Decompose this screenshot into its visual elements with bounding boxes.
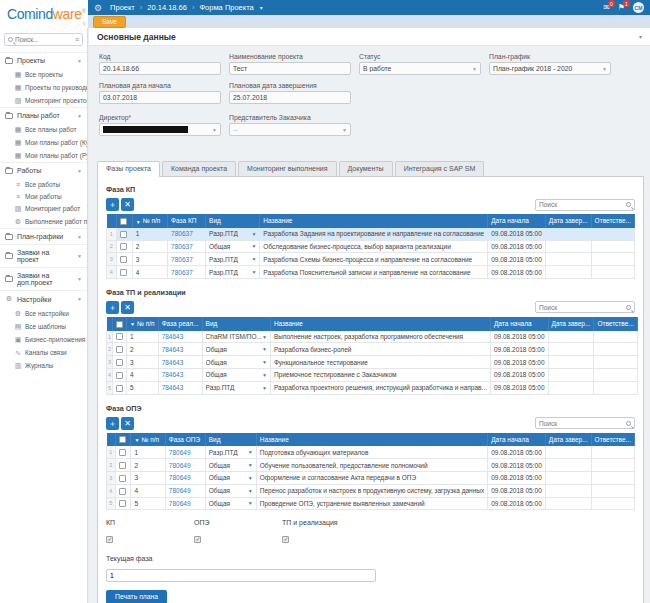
row-checkbox-cell[interactable] xyxy=(115,446,131,458)
sidebar-section[interactable]: Работы▼ xyxy=(0,162,87,178)
table-row[interactable]: 11780637Разр.ПТД▼Разработка Задания на п… xyxy=(107,228,635,240)
table-row[interactable]: 22780637Общая▼Обследование бизнес-процес… xyxy=(107,240,635,253)
sidebar-item[interactable]: ⚙Все настройки xyxy=(0,307,87,320)
phase-id-link[interactable]: 780637 xyxy=(171,243,193,250)
chevron-down-icon[interactable]: ▼ xyxy=(262,385,267,391)
sidebar-item[interactable]: ▨Мониторинг работ xyxy=(0,202,87,215)
column-header[interactable]: Название xyxy=(260,214,488,228)
table-row[interactable]: 44784643Общая▼Приемочное тестирование с … xyxy=(107,369,638,382)
table-row[interactable]: 22780649Общая▼Обучение пользователей, пр… xyxy=(107,459,635,472)
select-all-header[interactable] xyxy=(116,214,132,228)
table-search-input[interactable] xyxy=(539,304,624,311)
table-search-input[interactable] xyxy=(539,201,624,208)
select-all-header[interactable] xyxy=(113,317,127,331)
table-row[interactable]: 11780649Разр.ПТД▼Подготовка обучающих ма… xyxy=(107,446,635,458)
table-row[interactable]: 33784643Общая▼Функциональное тестировани… xyxy=(107,356,638,369)
column-header[interactable]: Вид xyxy=(205,433,256,447)
apps-gear-icon[interactable]: ⚙ xyxy=(94,3,102,13)
text-input[interactable] xyxy=(229,62,351,75)
phase-checkbox[interactable] xyxy=(282,536,289,543)
phase-id-link[interactable]: 784643 xyxy=(162,384,184,391)
logo[interactable]: Comindware® ‹ xyxy=(0,0,88,28)
print-plan-button[interactable]: Печать плана xyxy=(106,590,167,603)
column-header[interactable]: ▼№ п/п xyxy=(127,317,159,331)
column-header[interactable]: Дата начала xyxy=(488,433,546,447)
column-header[interactable]: ▼№ п/п xyxy=(131,433,165,447)
table-row[interactable]: 11784643ChaRM ITSM/ПО...▼Выполнение наст… xyxy=(107,331,638,343)
sidebar-item[interactable]: ≡Мои работы xyxy=(0,190,87,202)
phase-id-link[interactable]: 780649 xyxy=(169,449,191,456)
breadcrumb-item[interactable]: Форма Проекта xyxy=(199,3,253,12)
breadcrumb-item[interactable]: 20.14.18.66 xyxy=(147,3,187,12)
column-header[interactable]: Фаза реал... xyxy=(158,317,202,331)
sidebar-section[interactable]: Заявки на доп.проект▼ xyxy=(0,267,87,290)
table-search[interactable] xyxy=(535,301,635,313)
chevron-down-icon[interactable]: ▼ xyxy=(251,231,256,237)
text-input[interactable] xyxy=(229,91,351,104)
table-row[interactable]: 55784643Разр.ПТД▼Разработка проектного р… xyxy=(107,381,638,394)
row-checkbox-cell[interactable] xyxy=(113,381,127,394)
chevron-down-icon[interactable]: ▼ xyxy=(251,256,256,262)
row-checkbox[interactable] xyxy=(120,269,127,276)
phase-id-link[interactable]: 784643 xyxy=(162,333,184,340)
avatar[interactable]: CM xyxy=(633,2,644,13)
tab-item[interactable]: Команда проекта xyxy=(162,161,236,176)
row-checkbox-cell[interactable] xyxy=(116,228,132,240)
filter-icon[interactable]: ≡ xyxy=(75,36,79,43)
row-checkbox[interactable] xyxy=(119,475,126,482)
chevron-down-icon[interactable]: ▼ xyxy=(262,372,267,378)
remove-row-button[interactable]: ✕ xyxy=(121,417,134,430)
sidebar-item[interactable]: ▤Все шаблоны xyxy=(0,320,87,333)
phase-checkbox[interactable] xyxy=(106,536,113,543)
chevron-down-icon[interactable]: ▼ xyxy=(262,359,267,365)
sidebar-section[interactable]: Проекты▼ xyxy=(0,52,87,68)
row-checkbox[interactable] xyxy=(120,231,127,238)
chevron-down-icon[interactable]: ▼ xyxy=(248,475,253,481)
phase-id-link[interactable]: 780637 xyxy=(171,230,193,237)
sidebar-item[interactable]: ▦Проекты по руководи... xyxy=(0,81,87,94)
sidebar-item[interactable]: ▦Все проекты xyxy=(0,68,87,81)
table-row[interactable]: 33780649Общая▼Оформление и согласование … xyxy=(107,471,635,484)
sidebar-item[interactable]: ▦Мои планы работ (Ку... xyxy=(0,136,87,149)
breadcrumb-caret-icon[interactable]: ▾ xyxy=(260,4,263,11)
column-header[interactable]: Вид xyxy=(206,214,260,228)
column-header[interactable]: Дата завер... xyxy=(545,433,591,447)
sidebar-item[interactable]: ▥Журналы xyxy=(0,359,87,372)
row-checkbox[interactable] xyxy=(116,385,123,392)
sidebar-section[interactable]: ⚙Настройки▼ xyxy=(0,290,87,307)
tab-item[interactable]: Документы xyxy=(339,161,393,176)
add-row-button[interactable]: ＋ xyxy=(106,417,119,430)
row-checkbox[interactable] xyxy=(116,333,123,340)
column-header[interactable]: Ответстве... xyxy=(594,317,637,331)
table-search-input[interactable] xyxy=(539,420,624,427)
tab-item[interactable]: Интеграция с SAP SM xyxy=(395,161,485,176)
column-header[interactable]: Название xyxy=(256,433,487,447)
table-row[interactable]: 44780637Разр.ПТД▼Разработка Пояснительно… xyxy=(107,266,635,279)
current-phase-input[interactable] xyxy=(106,569,376,582)
row-checkbox-cell[interactable] xyxy=(115,484,131,497)
chevron-down-icon[interactable]: ▼ xyxy=(251,269,256,275)
sidebar-item[interactable]: ▣Бизнес-приложения xyxy=(0,333,87,346)
phase-id-link[interactable]: 780649 xyxy=(169,487,191,494)
remove-row-button[interactable]: ✕ xyxy=(121,301,134,314)
column-header[interactable]: Ответстве... xyxy=(591,433,634,447)
column-header[interactable]: Фаза ОПЭ xyxy=(165,433,205,447)
row-checkbox[interactable] xyxy=(120,256,127,263)
select-all-checkbox[interactable] xyxy=(116,321,123,328)
phase-id-link[interactable]: 780637 xyxy=(171,256,193,263)
sidebar-item[interactable]: ⚙Выполнение работ п... xyxy=(0,215,87,228)
row-checkbox-cell[interactable] xyxy=(116,253,132,266)
mail-icon[interactable]: ✉0 xyxy=(603,3,610,12)
column-header[interactable]: Дата начала xyxy=(488,214,546,228)
row-checkbox[interactable] xyxy=(119,488,126,495)
sidebar-section[interactable]: Планы работ▼ xyxy=(0,107,87,123)
select-input[interactable]: В работе▼ xyxy=(359,62,481,75)
chevron-down-icon[interactable]: ▼ xyxy=(248,488,253,494)
sidebar-collapse-icon[interactable]: ‹ xyxy=(83,20,85,27)
phase-id-link[interactable]: 780637 xyxy=(171,269,193,276)
row-checkbox[interactable] xyxy=(119,500,126,507)
select-input[interactable]: План-график 2018 - 2020▼ xyxy=(489,62,611,75)
phase-id-link[interactable]: 784643 xyxy=(162,371,184,378)
row-checkbox-cell[interactable] xyxy=(115,497,131,510)
table-row[interactable]: 55780649Общая▼Проведение ОПЭ, устранение… xyxy=(107,497,635,510)
